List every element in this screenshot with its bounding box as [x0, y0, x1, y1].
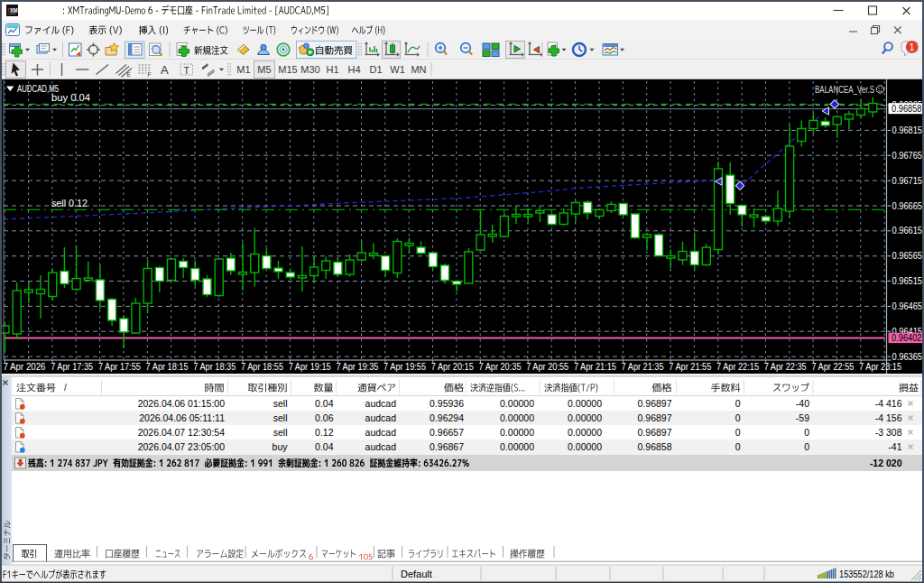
- svg-text:0.96858: 0.96858: [892, 104, 922, 114]
- svg-text:sell: sell: [273, 412, 288, 423]
- svg-text:0.00000: 0.00000: [500, 427, 534, 438]
- svg-text:7 Apr 22:55: 7 Apr 22:55: [811, 362, 854, 372]
- svg-text:M15: M15: [278, 64, 297, 75]
- svg-text:0.96897: 0.96897: [638, 398, 672, 409]
- svg-text:7 Apr 20:55: 7 Apr 20:55: [526, 362, 568, 372]
- svg-text:audcad: audcad: [365, 398, 397, 409]
- svg-text:0.00000: 0.00000: [500, 398, 534, 409]
- svg-text:0.96715: 0.96715: [892, 176, 923, 186]
- svg-text:0: 0: [804, 427, 809, 438]
- svg-text:7 Apr 18:35: 7 Apr 18:35: [193, 362, 236, 372]
- svg-text:7 Apr 18:15: 7 Apr 18:15: [146, 362, 189, 372]
- svg-text:D1: D1: [369, 64, 382, 75]
- svg-text:-4 156: -4 156: [875, 412, 902, 423]
- svg-text:Default: Default: [401, 569, 432, 579]
- svg-text:audcad: audcad: [365, 427, 397, 438]
- svg-text:0.96897: 0.96897: [638, 427, 672, 438]
- svg-text:2026.04.07 23:05:00: 2026.04.07 23:05:00: [138, 441, 226, 452]
- svg-text:BALANCEA_Ver.S: BALANCEA_Ver.S: [815, 85, 874, 95]
- svg-text:0.00000: 0.00000: [500, 441, 534, 452]
- svg-text:0: 0: [735, 398, 741, 409]
- svg-text:audcad: audcad: [365, 412, 397, 423]
- svg-text:7 Apr 18:55: 7 Apr 18:55: [241, 362, 283, 372]
- svg-text:0.96657: 0.96657: [430, 427, 464, 438]
- svg-text:T: T: [184, 65, 190, 76]
- svg-text:7 Apr 19:15: 7 Apr 19:15: [289, 362, 331, 372]
- svg-text:0.00000: 0.00000: [568, 427, 602, 438]
- svg-text:0: 0: [735, 441, 741, 452]
- svg-text:E: E: [127, 71, 132, 78]
- svg-text:7 Apr 17:55: 7 Apr 17:55: [98, 362, 141, 372]
- svg-text:7 Apr 20:35: 7 Apr 20:35: [479, 362, 522, 372]
- svg-text:H1: H1: [326, 64, 338, 75]
- svg-text:7 Apr 22:35: 7 Apr 22:35: [764, 362, 807, 372]
- svg-text:buy 0.04: buy 0.04: [51, 93, 90, 103]
- svg-text:153552/128 kb: 153552/128 kb: [839, 569, 894, 579]
- svg-text:F: F: [148, 71, 152, 78]
- svg-text:7 Apr 23:15: 7 Apr 23:15: [859, 362, 901, 372]
- svg-text:7 Apr 21:35: 7 Apr 21:35: [622, 362, 664, 372]
- svg-text:7 Apr 22:15: 7 Apr 22:15: [716, 362, 759, 372]
- svg-text:0.96465: 0.96465: [892, 301, 923, 311]
- svg-text:W1: W1: [390, 64, 405, 75]
- svg-text:0.00000: 0.00000: [568, 441, 602, 452]
- svg-text:0.04: 0.04: [315, 398, 334, 409]
- svg-text:7 Apr 19:55: 7 Apr 19:55: [383, 362, 426, 372]
- svg-text:-41: -41: [888, 441, 901, 452]
- svg-text:0.96294: 0.96294: [430, 412, 464, 423]
- svg-text:0.96665: 0.96665: [892, 201, 923, 211]
- svg-text:MN: MN: [411, 64, 426, 75]
- svg-text:7 Apr 17:35: 7 Apr 17:35: [51, 362, 93, 372]
- svg-text:0.96815: 0.96815: [892, 125, 923, 135]
- svg-text:M1: M1: [236, 64, 250, 75]
- svg-text:0.96867: 0.96867: [430, 441, 464, 452]
- svg-text:-3 308: -3 308: [875, 427, 902, 438]
- svg-text:0.96515: 0.96515: [892, 276, 923, 286]
- svg-text:-12 020: -12 020: [870, 458, 902, 468]
- svg-text:7 Apr 20:15: 7 Apr 20:15: [431, 362, 474, 372]
- svg-text:A: A: [161, 63, 169, 77]
- svg-text:0.96615: 0.96615: [892, 226, 923, 236]
- svg-text:-4 416: -4 416: [875, 398, 902, 409]
- svg-text:0: 0: [735, 412, 741, 423]
- svg-text:2026.04.07 12:30:54: 2026.04.07 12:30:54: [138, 427, 226, 438]
- svg-text:0.04: 0.04: [315, 441, 334, 452]
- svg-text:7 Apr 21:55: 7 Apr 21:55: [669, 362, 711, 372]
- svg-text:2026.04.06 01:15:00: 2026.04.06 01:15:00: [138, 398, 226, 409]
- svg-text:0.96402: 0.96402: [892, 333, 922, 343]
- svg-text:sell: sell: [273, 398, 288, 409]
- svg-text:7 Apr 2026: 7 Apr 2026: [4, 362, 46, 372]
- svg-text:0.95936: 0.95936: [430, 398, 464, 409]
- svg-text:0.12: 0.12: [315, 427, 334, 438]
- svg-text:0.00000: 0.00000: [568, 412, 602, 423]
- svg-text:0.96858: 0.96858: [638, 441, 672, 452]
- svg-text:0.00000: 0.00000: [568, 398, 602, 409]
- svg-text:buy: buy: [273, 441, 289, 452]
- svg-text:sell: sell: [273, 427, 288, 438]
- svg-text:-59: -59: [796, 412, 809, 423]
- svg-text:audcad: audcad: [365, 441, 397, 452]
- svg-text:2026.04.06 05:11:11: 2026.04.06 05:11:11: [139, 412, 225, 423]
- svg-text:7 Apr 21:15: 7 Apr 21:15: [574, 362, 616, 372]
- svg-text:M30: M30: [300, 64, 319, 75]
- svg-text:-40: -40: [796, 398, 809, 409]
- svg-text:XM: XM: [10, 7, 18, 14]
- svg-text:0.00000: 0.00000: [500, 412, 534, 423]
- svg-text:7 Apr 19:35: 7 Apr 19:35: [336, 362, 378, 372]
- svg-text:0.96565: 0.96565: [892, 251, 923, 261]
- svg-text:0: 0: [804, 441, 809, 452]
- svg-text:AUDCAD,M5: AUDCAD,M5: [17, 83, 59, 94]
- svg-text:0.96765: 0.96765: [892, 151, 923, 161]
- svg-text:0.96897: 0.96897: [638, 412, 672, 423]
- svg-text:0: 0: [735, 427, 741, 438]
- svg-text:0.96365: 0.96365: [892, 352, 923, 362]
- svg-text:sell 0.12: sell 0.12: [51, 199, 88, 208]
- svg-text:M5: M5: [257, 64, 271, 75]
- svg-text:0.06: 0.06: [315, 412, 334, 423]
- svg-text:1: 1: [910, 42, 915, 52]
- svg-text:H4: H4: [347, 64, 360, 75]
- svg-text:/: /: [64, 383, 67, 393]
